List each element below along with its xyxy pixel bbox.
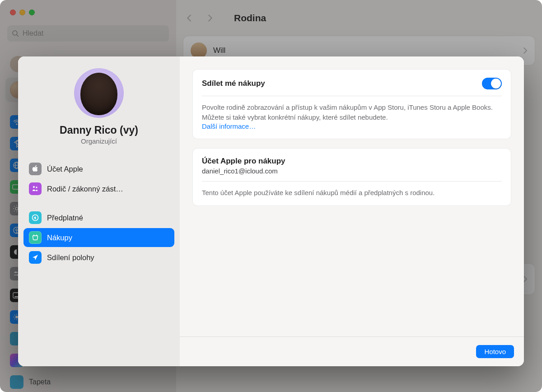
settings-window: Hledat Spořič obrazovky Siri Tapeta xyxy=(0,0,542,392)
share-purchases-title: Sdílet mé nákupy xyxy=(202,79,265,88)
sidebar-item-parent[interactable]: Rodič / zákonný zást… xyxy=(23,179,174,198)
done-button[interactable]: Hotovo xyxy=(476,345,514,358)
user-role: Organizující xyxy=(81,137,117,145)
sidebar-item-label: Sdílení polohy xyxy=(47,253,94,262)
svg-point-27 xyxy=(33,186,35,188)
share-purchases-description: Povolte rodině zobrazování a přístup k v… xyxy=(202,103,502,122)
parent-icon xyxy=(29,182,42,195)
share-purchases-toggle[interactable] xyxy=(482,78,502,89)
subscription-icon xyxy=(29,211,42,224)
sidebar-item-purchases[interactable]: Nákupy xyxy=(23,228,174,247)
sidebar-item-label: Účet Apple xyxy=(47,165,83,173)
svg-point-28 xyxy=(36,187,37,188)
learn-more-link[interactable]: Další informace… xyxy=(202,122,256,130)
sidebar-item-label: Rodič / zákonný zást… xyxy=(47,185,123,193)
sidebar-item-label: Předplatné xyxy=(47,214,83,222)
purchase-account-email: daniel_rico1@icloud.com xyxy=(202,167,502,175)
purchase-account-card: Účet Apple pro nákupy daniel_rico1@iclou… xyxy=(192,148,511,206)
sidebar-item-location[interactable]: Sdílení polohy xyxy=(23,248,174,267)
user-name: Danny Rico (vy) xyxy=(60,124,138,136)
purchases-icon xyxy=(29,231,42,244)
modal-content: Sdílet mé nákupy Povolte rodině zobrazov… xyxy=(180,56,524,366)
purchase-account-title: Účet Apple pro nákupy xyxy=(202,157,502,166)
sidebar-item-label: Nákupy xyxy=(47,233,72,242)
modal-footer: Hotovo xyxy=(180,336,524,366)
user-avatar xyxy=(74,68,124,118)
family-member-modal: Danny Rico (vy) Organizující Účet Apple … xyxy=(18,56,524,366)
modal-sidebar: Danny Rico (vy) Organizující Účet Apple … xyxy=(18,56,180,366)
sidebar-item-apple-id[interactable]: Účet Apple xyxy=(23,159,174,178)
sidebar-item-subscription[interactable]: Předplatné xyxy=(23,208,174,227)
location-icon xyxy=(29,251,42,264)
purchase-account-description: Tento účet Apple používáte ke sdílení ná… xyxy=(202,188,502,198)
apple-icon xyxy=(29,163,42,175)
share-purchases-card: Sdílet mé nákupy Povolte rodině zobrazov… xyxy=(192,69,511,139)
